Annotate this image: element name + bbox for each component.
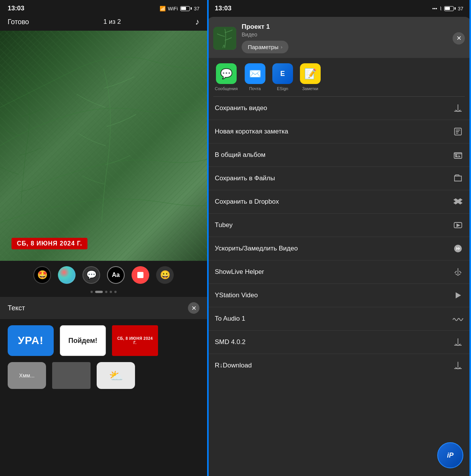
- save-files-icon: [453, 173, 463, 184]
- time-right: 13:03: [215, 5, 231, 12]
- share-close-button[interactable]: ✕: [453, 32, 465, 44]
- text-panel: Текст ✕: [0, 297, 207, 319]
- text-tool-button[interactable]: Aa: [107, 266, 125, 284]
- right-panel: 13:03 ▪▪▪ ⌇ 37: [207, 0, 471, 476]
- action-speed-video[interactable]: Ускорить/Замедлить Видео: [207, 237, 471, 260]
- tubey-icon: [453, 220, 463, 231]
- date-text: СБ, 8 ИЮНЯ 2024 Г.: [17, 240, 82, 247]
- app-label-mail: Почта: [249, 86, 261, 91]
- fern-svg: [0, 31, 207, 261]
- app-label-notes: Заметки: [302, 86, 318, 91]
- shape-tool-button[interactable]: [132, 266, 149, 284]
- face-tool-button[interactable]: 🤩: [33, 266, 51, 284]
- sticker-cloud[interactable]: ⛅: [97, 362, 135, 389]
- sticker-poidem-text: Пойдем!: [68, 337, 97, 345]
- shared-album-icon: [453, 150, 463, 160]
- action-smd[interactable]: SMD 4.0.2: [207, 331, 471, 354]
- action-label-new-note: Новая короткая заметка: [215, 128, 288, 135]
- sticker-rect[interactable]: [52, 362, 91, 389]
- action-tubey[interactable]: Tubey: [207, 214, 471, 237]
- params-chevron-icon: ›: [281, 44, 282, 50]
- app-item-mail[interactable]: ✉️ Почта: [245, 63, 265, 91]
- video-area: СБ, 8 ИЮНЯ 2024 Г.: [0, 31, 207, 261]
- ystation-icon: [453, 290, 463, 301]
- action-new-note[interactable]: Новая короткая заметка: [207, 120, 471, 143]
- action-label-speed-video: Ускорить/Замедлить Видео: [215, 245, 298, 252]
- save-video-icon: [453, 103, 463, 114]
- top-bar-left: Готово 1 из 2 ♪: [0, 15, 207, 31]
- sticker-ura[interactable]: УРА!: [8, 325, 54, 356]
- wifi-icon-left: WiFi: [168, 6, 178, 12]
- battery-pct-left: 37: [194, 6, 199, 12]
- text-stickers-row: УРА! Пойдем! СБ, 8 ИЮНЯ 2024 Г.: [0, 319, 207, 362]
- app-item-messages[interactable]: 💬 Сообщения: [215, 63, 238, 91]
- dot-1: [91, 291, 93, 293]
- action-label-save-files: Сохранить в Файлы: [215, 175, 275, 182]
- svg-rect-0: [137, 272, 143, 278]
- action-label-save-video: Сохранить видео: [215, 104, 267, 112]
- sticker-date[interactable]: СБ, 8 ИЮНЯ 2024 Г.: [112, 325, 158, 356]
- action-list: Сохранить видео Новая короткая заметка: [207, 97, 471, 476]
- action-label-to-audio: To Audio 1: [215, 315, 245, 323]
- action-to-audio[interactable]: To Audio 1: [207, 307, 471, 331]
- slide-counter: 1 из 2: [103, 18, 121, 26]
- params-button[interactable]: Параметры ›: [242, 41, 288, 53]
- app-item-notes[interactable]: 📝 Заметки: [300, 63, 321, 91]
- dot-4: [110, 291, 112, 293]
- text-panel-title: Текст: [8, 304, 25, 312]
- action-label-ystation: YStation Video: [215, 292, 258, 299]
- close-icon: ✕: [191, 305, 196, 312]
- share-sheet: Проект 1 Видео Параметры › ✕ 💬 Сообщения…: [207, 17, 471, 476]
- app-icon-messages: 💬: [216, 63, 237, 84]
- new-note-icon: [453, 126, 463, 137]
- done-button[interactable]: Готово: [8, 18, 29, 26]
- left-panel: 13:03 📶 WiFi 37 Готово 1 из 2 ♪: [0, 0, 207, 476]
- action-save-files[interactable]: Сохранить в Файлы: [207, 167, 471, 190]
- action-label-shared-album: В общий альбом: [215, 151, 265, 159]
- battery-pct-right: 37: [458, 6, 463, 12]
- params-label: Параметры: [248, 44, 278, 50]
- share-thumbnail: [213, 27, 236, 50]
- action-label-dropbox: Сохранить в Dropbox: [215, 198, 279, 206]
- app-item-esign[interactable]: E ESign: [272, 63, 293, 91]
- speed-video-icon: [453, 243, 463, 254]
- sticker-cloud-icon: ⛅: [109, 369, 123, 382]
- apps-row: 💬 Сообщения ✉️ Почта E ESign 📝 Заметки: [207, 58, 471, 96]
- dropbox-icon: [453, 196, 463, 207]
- share-info: Проект 1 Видео Параметры ›: [242, 23, 447, 53]
- action-save-video[interactable]: Сохранить видео: [207, 97, 471, 120]
- action-shared-album[interactable]: В общий альбом: [207, 143, 471, 167]
- status-bar-left: 13:03 📶 WiFi 37: [0, 0, 207, 15]
- dot-3: [105, 291, 107, 293]
- close-share-icon: ✕: [456, 35, 461, 42]
- action-rdownload[interactable]: R↓Download: [207, 354, 471, 377]
- share-header: Проект 1 Видео Параметры › ✕: [207, 17, 471, 58]
- ip-badge-text: iP: [447, 451, 453, 460]
- sticker-poidem[interactable]: Пойдем!: [60, 325, 106, 356]
- battery-right: [444, 6, 456, 11]
- time-left: 13:03: [8, 5, 24, 12]
- app-icon-notes: 📝: [300, 63, 321, 84]
- action-ystation[interactable]: YStation Video: [207, 284, 471, 307]
- blue-accent-right: [469, 0, 471, 476]
- music-icon[interactable]: ♪: [195, 17, 199, 27]
- share-project-name: Проект 1: [242, 23, 447, 31]
- action-label-tubey: Tubey: [215, 221, 233, 229]
- share-subtitle: Видео: [242, 31, 447, 38]
- action-dropbox[interactable]: Сохранить в Dropbox: [207, 190, 471, 214]
- blue-accent-left: [207, 0, 209, 476]
- sticker-ura-text: УРА!: [18, 334, 43, 347]
- shape-icon: [136, 270, 145, 280]
- color-tool-button[interactable]: [58, 266, 76, 284]
- chat-tool-button[interactable]: 💬: [82, 266, 100, 284]
- sticker-hmm[interactable]: Хмм...: [8, 362, 46, 389]
- emoji-tool-button[interactable]: 😀: [156, 266, 174, 284]
- action-label-showlive: ShowLive Helper: [215, 268, 264, 276]
- battery-left: [180, 6, 192, 11]
- action-showlive[interactable]: ShowLive Helper: [207, 260, 471, 284]
- text-panel-close-button[interactable]: ✕: [188, 302, 199, 314]
- dot-indicator: [0, 289, 207, 297]
- date-badge: СБ, 8 ИЮНЯ 2024 Г.: [12, 238, 87, 249]
- signal-icon-right: ▪▪▪: [432, 6, 437, 11]
- action-label-smd: SMD 4.0.2: [215, 338, 245, 346]
